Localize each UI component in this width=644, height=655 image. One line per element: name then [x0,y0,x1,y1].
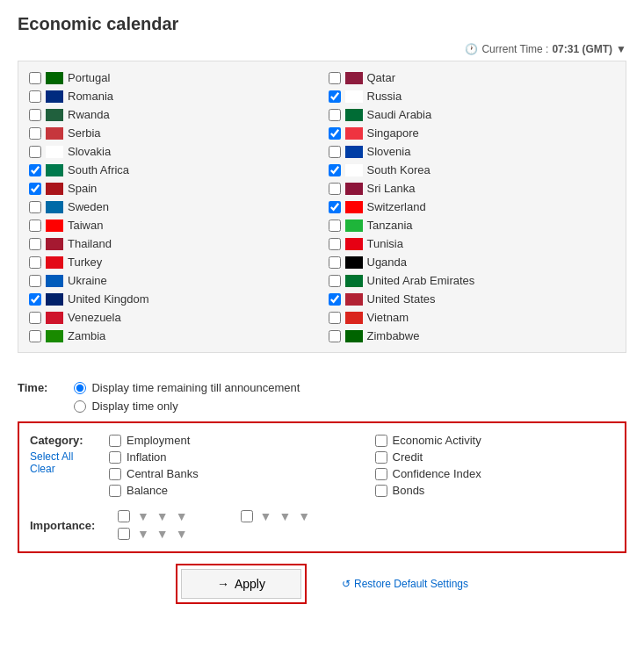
category-label: Category: [30,434,100,447]
country-checkbox[interactable] [29,183,41,195]
country-checkbox[interactable] [29,90,41,103]
country-checkbox[interactable] [329,90,341,103]
country-checkbox[interactable] [29,164,41,176]
country-checkbox[interactable] [29,238,41,250]
list-item: United Kingdom [27,290,318,308]
time-radio[interactable] [74,400,86,413]
imp-check-2[interactable] [118,528,130,540]
country-checkbox[interactable] [29,72,41,84]
flag-ch-icon [345,201,363,213]
category-option-label: Balance [127,484,168,497]
category-checkbox[interactable] [109,435,121,447]
list-item: Ukraine [27,271,318,290]
country-checkbox[interactable] [29,127,41,140]
category-option: Confidence Index [375,467,615,480]
category-option: Balance [109,484,349,497]
flag-zm-icon [46,330,63,342]
country-checkbox[interactable] [329,127,341,140]
country-name: Thailand [68,237,112,250]
category-checkbox[interactable] [375,468,387,480]
country-name: United Arab Emirates [367,274,475,287]
country-checkbox[interactable] [329,183,341,195]
country-name: Uganda [367,256,408,269]
flag-ae-icon [345,275,363,287]
imp-check-1[interactable] [118,510,130,522]
category-checkbox[interactable] [375,451,387,464]
country-scroll-area[interactable]: PortugalRomaniaRwandaSerbiaSlovakiaSouth… [18,61,626,353]
category-checkbox[interactable] [109,485,121,497]
imp-item-1 [118,510,130,522]
bull-9-icon: ▼ [298,509,310,523]
country-checkbox[interactable] [29,293,41,306]
select-all-link[interactable]: Select All [30,450,73,463]
category-checkbox[interactable] [375,435,387,447]
category-checkbox[interactable] [109,451,121,464]
time-section: Time: Display time remaining till announ… [0,367,644,421]
country-name: Turkey [68,256,102,269]
importance-label: Importance: [30,519,100,532]
country-checkbox[interactable] [329,164,341,176]
country-name: Spain [68,182,97,195]
category-option-label: Inflation [127,450,167,464]
country-name: Slovenia [367,145,411,158]
flag-sg-icon [345,127,363,140]
country-checkbox[interactable] [329,330,341,342]
flag-ru-icon [345,90,363,103]
country-checkbox[interactable] [29,256,41,269]
country-name: Ukraine [68,274,107,287]
country-checkbox[interactable] [329,275,341,287]
time-radio[interactable] [74,382,86,394]
country-checkbox[interactable] [329,312,341,324]
apply-btn-wrapper: → Apply [176,564,307,604]
bull-7-icon: ▼ [260,509,272,523]
country-checkbox[interactable] [329,72,341,84]
apply-button[interactable]: → Apply [181,569,301,599]
time-option-label: Display time only [91,399,177,413]
country-checkbox[interactable] [329,220,341,232]
country-checkbox[interactable] [29,146,41,158]
country-name: South Korea [367,163,431,176]
time-label: Time: [18,381,47,394]
imp-check-3[interactable] [241,510,253,522]
restore-icon: ↺ [342,578,351,590]
category-option: Economic Activity [375,434,615,447]
country-checkbox[interactable] [29,109,41,121]
flag-tw-icon [46,220,63,232]
flag-se-icon [46,201,63,213]
category-checkbox[interactable] [375,485,387,497]
category-option: Credit [375,450,615,464]
flag-ua-icon [46,275,63,287]
country-checkbox[interactable] [329,256,341,269]
country-checkbox[interactable] [29,330,41,342]
flag-th-icon [46,238,63,250]
country-checkbox[interactable] [329,146,341,158]
country-checkbox[interactable] [29,220,41,232]
clear-link[interactable]: Clear [30,463,55,475]
list-item: United Arab Emirates [327,271,618,290]
category-option-label: Credit [393,450,423,464]
flag-rw-icon [46,109,63,121]
country-checkbox[interactable] [329,293,341,306]
list-item: United States [327,290,618,308]
restore-defaults-link[interactable]: ↺ Restore Default Settings [342,578,468,590]
category-checkbox[interactable] [109,468,121,480]
country-checkbox[interactable] [29,312,41,324]
chevron-down-icon[interactable]: ▼ [616,43,626,55]
country-checkbox[interactable] [329,201,341,213]
time-option: Display time remaining till announcement [74,381,300,394]
country-checkbox[interactable] [329,109,341,121]
flag-tr-icon [46,256,63,269]
select-all-clear[interactable]: Select All Clear [30,450,100,475]
country-name: Vietnam [367,311,409,324]
country-checkbox[interactable] [29,275,41,287]
category-option-label: Central Banks [127,467,199,480]
category-label-col: Category: Select All Clear [30,434,100,475]
apply-arrow-icon: → [217,577,229,591]
flag-vn-icon [345,312,363,324]
country-checkbox[interactable] [329,238,341,250]
list-item: Thailand [27,234,318,253]
category-option-label: Economic Activity [393,434,481,447]
list-item: Tunisia [327,234,618,253]
country-checkbox[interactable] [29,201,41,213]
list-item: Russia [327,87,618,105]
